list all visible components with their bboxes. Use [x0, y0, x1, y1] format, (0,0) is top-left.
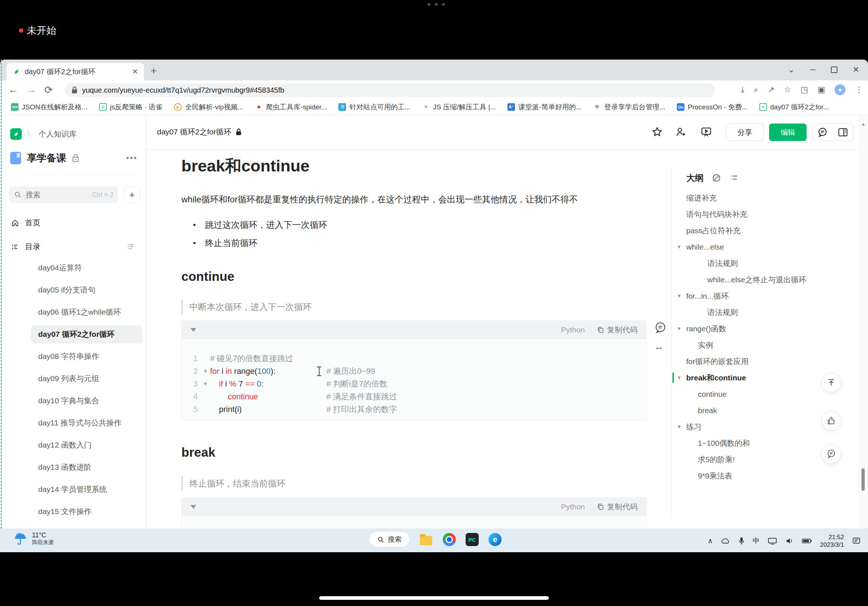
bookmark-item[interactable]: A⁺课堂派-简单好用的... — [503, 101, 586, 113]
sidebar-doc-item[interactable]: day06 循环1之while循环 — [31, 303, 143, 321]
comments-icon[interactable] — [817, 127, 828, 138]
pycharm-icon[interactable]: PC — [466, 533, 479, 546]
outline-item[interactable]: while...else之终止与退出循环 — [672, 271, 859, 288]
sidebar-item-home[interactable]: 首页 — [11, 218, 135, 228]
battery-icon[interactable] — [802, 537, 812, 545]
sidebar-doc-item[interactable]: day14 学员管理系统 — [31, 480, 143, 498]
copy-code-button[interactable]: 复制代码 — [597, 502, 637, 512]
sidebar-doc-item[interactable]: day07 循环2之for循环 — [31, 325, 143, 343]
scrollbar-thumb[interactable] — [862, 468, 865, 491]
add-comment-bubble-icon[interactable] — [654, 322, 666, 334]
input-method-indicator[interactable]: 中 — [753, 536, 760, 546]
taskbar-weather[interactable]: 11°C 阵雨来袭 — [13, 531, 54, 547]
speaker-icon[interactable] — [785, 537, 794, 545]
edit-button[interactable]: 编辑 — [769, 124, 807, 141]
outline-item[interactable]: 语法规则 — [672, 255, 859, 271]
outline-item[interactable]: pass占位符补充 — [672, 223, 859, 239]
fold-caret-icon[interactable]: ▼ — [201, 377, 210, 390]
comment-button[interactable] — [822, 444, 841, 464]
sidebar-search[interactable]: Ctrl + J — [9, 186, 118, 203]
collapse-outline-icon[interactable] — [127, 243, 135, 251]
search-input[interactable] — [25, 190, 72, 199]
minimize-button[interactable]: ─ — [810, 65, 816, 74]
code-line[interactable]: 4 continue# 满足条件直接跳过 — [189, 390, 646, 403]
bookmark-item[interactable]: ≡js反爬策略 · 语雀 — [95, 101, 167, 113]
recorder-handle-dots-icon[interactable] — [428, 3, 445, 6]
sidebar-doc-item[interactable]: day13 函数进阶 — [31, 458, 143, 476]
cast-display-icon[interactable] — [768, 537, 777, 545]
tab-search-icon[interactable]: ⌄ — [788, 65, 795, 74]
back-button-icon[interactable]: ← — [8, 84, 18, 96]
layout-panel-icon[interactable] — [837, 127, 848, 138]
expand-width-icon[interactable]: ↔ — [654, 341, 664, 352]
forward-button-icon[interactable]: → — [26, 84, 36, 96]
code-line[interactable]: 3▼ if i % 7 == 0:# 判断i是7的倍数 — [189, 377, 646, 390]
browser-tab[interactable]: day07 循环2之for循环 ✕ — [6, 63, 144, 80]
notification-center-icon[interactable] — [852, 536, 861, 545]
scrollbar[interactable]: ▲ — [859, 115, 868, 529]
outline-collapse-arrow-icon[interactable]: ▼ — [677, 369, 682, 386]
tray-chevron-up-icon[interactable]: ∧ — [708, 536, 713, 545]
favorite-star-icon[interactable] — [651, 126, 663, 138]
workspace-row[interactable]: 〉 个人知识库 — [10, 128, 77, 140]
sidebar-item-toc[interactable]: 目录 — [11, 241, 135, 252]
outline-item[interactable]: 9*9乘法表 — [672, 468, 859, 484]
outline-collapse-arrow-icon[interactable]: ▼ — [677, 419, 682, 435]
reload-button-icon[interactable]: ⟳ — [44, 84, 53, 96]
bookmark-star-icon[interactable]: ☆ — [784, 85, 791, 94]
sidebar-doc-item[interactable]: day12 函数入门 — [31, 436, 143, 454]
browser-menu-icon[interactable]: ⋮ — [855, 85, 863, 94]
collapse-caret-icon[interactable] — [191, 328, 196, 332]
sidebar-doc-item[interactable]: day08 字符串操作 — [31, 347, 143, 365]
copy-code-button[interactable]: 复制代码 — [597, 325, 637, 335]
address-bar[interactable]: yuque.com/yueyue-ecuxd/tt7q1v/ugd72rvrgv… — [65, 83, 715, 97]
book-row[interactable]: 享学备课 ••• — [10, 152, 137, 165]
outline-item[interactable]: 语法规则 — [672, 304, 859, 320]
like-button[interactable] — [822, 411, 841, 431]
outline-item[interactable]: 语句与代码块补充 — [672, 206, 859, 223]
side-panel-icon[interactable]: ▣ — [817, 85, 825, 94]
code-body[interactable]: 1# 碰见7的倍数直接跳过2▼for i in range(100):# 遍历出… — [182, 339, 646, 423]
file-explorer-icon[interactable] — [419, 533, 433, 546]
extensions-puzzle-icon[interactable]: ◳ — [800, 85, 808, 94]
outline-item[interactable]: 实例 — [672, 337, 859, 353]
outline-list-icon[interactable] — [729, 173, 739, 183]
code-line[interactable]: 1# 碰见7的倍数直接跳过 — [189, 352, 646, 365]
outline-item[interactable]: ▼range()函数 — [672, 320, 859, 337]
sidebar-doc-item[interactable]: day11 推导式与公共操作 — [31, 414, 143, 432]
onedrive-cloud-icon[interactable] — [721, 537, 730, 544]
sidebar-doc-item[interactable]: day09 列表与元组 — [31, 369, 143, 388]
taskbar-search[interactable]: 搜索 — [369, 532, 410, 547]
outline-item[interactable]: for循环的嵌套应用 — [672, 353, 859, 369]
sidebar-doc-item[interactable]: day15 文件操作 — [31, 502, 143, 521]
edge-icon[interactable]: e — [488, 533, 502, 546]
maximize-button[interactable] — [831, 66, 837, 73]
bookmark-item[interactable]: JSONJSON在线解析及格... — [6, 101, 92, 113]
microphone-icon[interactable] — [738, 536, 745, 545]
zoom-page-icon[interactable]: ⌕ — [754, 85, 758, 94]
install-app-icon[interactable]: ⤓ — [741, 85, 744, 94]
bookmark-item[interactable]: 万针对站点可用的工... — [334, 101, 415, 113]
profile-avatar[interactable]: ● — [835, 84, 845, 95]
book-more-icon[interactable]: ••• — [126, 153, 137, 163]
present-mode-icon[interactable] — [701, 126, 712, 138]
outline-collapse-arrow-icon[interactable]: ▼ — [677, 239, 682, 255]
bookmark-item[interactable]: 学登录享学后台管理... — [589, 101, 670, 113]
outline-collapse-arrow-icon[interactable]: ▼ — [677, 320, 682, 337]
bookmark-item[interactable]: ≡day07 循环2之for... — [755, 101, 834, 113]
chrome-icon[interactable] — [442, 533, 456, 546]
bookmark-item[interactable]: ✻JS 压缩/解压工具 |... — [418, 101, 500, 113]
add-collaborator-icon[interactable] — [675, 126, 687, 138]
start-button[interactable] — [346, 533, 360, 546]
outline-item[interactable]: ▼while...else — [672, 239, 859, 255]
bookmark-item[interactable]: OnProcessOn - 免费... — [673, 101, 752, 113]
scroll-up-arrow-icon[interactable]: ▲ — [861, 121, 866, 127]
sidebar-doc-item[interactable]: day10 字典与集合 — [31, 392, 143, 410]
new-tab-button[interactable]: + — [150, 65, 157, 77]
fold-caret-icon[interactable]: ▼ — [201, 365, 210, 377]
code-line[interactable]: 2▼for i in range(100):# 遍历出0~99 — [189, 365, 646, 377]
bookmark-item[interactable]: ▶全民解析-vip视频... — [170, 101, 248, 113]
collapse-caret-icon[interactable] — [191, 505, 196, 509]
taskbar-clock[interactable]: 21:52 2023/3/1 — [820, 533, 844, 549]
outline-item[interactable]: ▼for...in...循环 — [672, 288, 859, 304]
